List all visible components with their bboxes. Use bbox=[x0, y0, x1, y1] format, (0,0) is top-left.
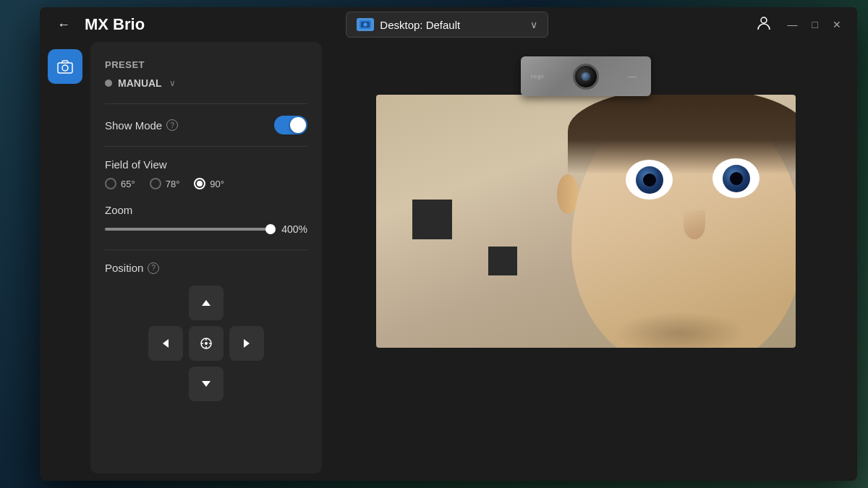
pad-center-button[interactable] bbox=[189, 326, 224, 361]
fov-radio-78-icon bbox=[150, 178, 161, 189]
show-mode-text: Show Mode bbox=[105, 119, 162, 132]
show-mode-toggle[interactable] bbox=[274, 116, 307, 134]
svg-rect-4 bbox=[58, 63, 72, 73]
app-title: MX Brio bbox=[85, 15, 145, 34]
fov-option-78[interactable]: 78° bbox=[150, 178, 180, 189]
title-left: ← MX Brio bbox=[51, 14, 145, 35]
zoom-section: Zoom 400% bbox=[105, 204, 307, 235]
preset-dot-icon bbox=[105, 80, 112, 87]
preset-row: MANUAL ∨ bbox=[105, 77, 307, 89]
title-center: Desktop: Default ∨ bbox=[346, 12, 548, 38]
svg-point-3 bbox=[761, 17, 767, 23]
fov-option-90[interactable]: 90° bbox=[194, 178, 224, 189]
sidebar-camera-button[interactable] bbox=[48, 49, 82, 84]
app-window: ← MX Brio Desktop: Default ∨ bbox=[40, 7, 857, 481]
fov-title: Field of View bbox=[105, 158, 307, 171]
preset-value: MANUAL bbox=[118, 77, 162, 89]
camera-area: logi — bbox=[322, 42, 857, 481]
fov-label-90: 90° bbox=[210, 179, 224, 189]
bg-square-1 bbox=[412, 200, 452, 239]
divider-3 bbox=[105, 249, 307, 250]
svg-point-5 bbox=[62, 65, 68, 71]
zoom-title: Zoom bbox=[105, 204, 307, 216]
person-nose bbox=[684, 210, 705, 239]
maximize-button[interactable]: □ bbox=[808, 16, 822, 33]
divider-2 bbox=[105, 146, 307, 147]
position-help-icon[interactable]: ? bbox=[148, 262, 159, 274]
person-face bbox=[470, 95, 796, 348]
pad-empty-bl bbox=[148, 367, 183, 401]
zoom-slider-container: 400% bbox=[105, 223, 307, 235]
svg-point-2 bbox=[364, 23, 367, 27]
fov-section: Field of View 65° 78° 90° bbox=[105, 158, 307, 189]
zoom-slider[interactable] bbox=[105, 228, 274, 231]
profile-name: Desktop: Default bbox=[380, 19, 524, 31]
main-content: Preset MANUAL ∨ Show Mode ? Field bbox=[40, 42, 857, 481]
chevron-down-icon: ∨ bbox=[530, 19, 537, 30]
preset-chevron-icon: ∨ bbox=[169, 78, 176, 88]
pad-empty-tr bbox=[229, 286, 264, 320]
profile-selector[interactable]: Desktop: Default ∨ bbox=[346, 12, 548, 38]
show-mode-row: Show Mode ? bbox=[105, 116, 307, 134]
icon-sidebar bbox=[40, 42, 90, 481]
pad-down-button[interactable] bbox=[189, 367, 224, 401]
fov-radio-90-icon bbox=[194, 178, 205, 189]
title-bar: ← MX Brio Desktop: Default ∨ bbox=[40, 7, 857, 42]
camera-lens bbox=[573, 64, 599, 90]
fov-option-65[interactable]: 65° bbox=[105, 178, 135, 189]
divider-1 bbox=[105, 103, 307, 104]
preset-section-title: Preset bbox=[105, 59, 307, 70]
eye-right-pupil bbox=[730, 172, 743, 185]
eye-left-pupil bbox=[643, 174, 656, 187]
person-eye-right bbox=[712, 158, 760, 198]
pad-empty-tl bbox=[148, 286, 183, 320]
show-mode-help-icon[interactable]: ? bbox=[166, 119, 178, 131]
zoom-value: 400% bbox=[281, 223, 307, 235]
person-hair bbox=[568, 95, 796, 174]
fov-label-78: 78° bbox=[166, 179, 180, 189]
user-button[interactable] bbox=[750, 12, 778, 38]
title-right: — □ ✕ bbox=[750, 12, 846, 38]
show-mode-label: Show Mode ? bbox=[105, 119, 178, 132]
position-section: Position ? bbox=[105, 262, 307, 401]
pad-empty-br bbox=[229, 367, 264, 401]
svg-point-7 bbox=[205, 342, 208, 345]
zoom-thumb[interactable] bbox=[265, 224, 276, 234]
profile-icon bbox=[357, 18, 374, 31]
fov-radio-group: 65° 78° 90° bbox=[105, 178, 307, 189]
position-title: Position ? bbox=[105, 262, 307, 274]
position-text: Position bbox=[105, 262, 143, 274]
pad-left-button[interactable] bbox=[148, 326, 183, 361]
eye-right-iris bbox=[723, 165, 750, 192]
toggle-knob bbox=[290, 117, 306, 133]
person-eye-left bbox=[626, 160, 673, 200]
settings-panel: Preset MANUAL ∨ Show Mode ? Field bbox=[90, 42, 322, 474]
face-preview bbox=[376, 95, 796, 348]
eye-left-iris bbox=[636, 166, 663, 194]
direction-pad bbox=[148, 286, 264, 401]
back-button[interactable]: ← bbox=[51, 14, 76, 35]
camera-device: logi — bbox=[521, 56, 651, 96]
camera-preview-frame bbox=[376, 95, 796, 348]
pad-up-button[interactable] bbox=[189, 286, 224, 320]
minimize-button[interactable]: — bbox=[783, 16, 802, 33]
camera-dash: — bbox=[628, 72, 637, 82]
fov-radio-65-icon bbox=[105, 178, 116, 189]
zoom-fill bbox=[105, 228, 274, 231]
camera-brand: logi bbox=[531, 73, 544, 80]
close-button[interactable]: ✕ bbox=[828, 16, 846, 33]
fov-label-65: 65° bbox=[121, 179, 135, 189]
pad-right-button[interactable] bbox=[229, 326, 264, 361]
